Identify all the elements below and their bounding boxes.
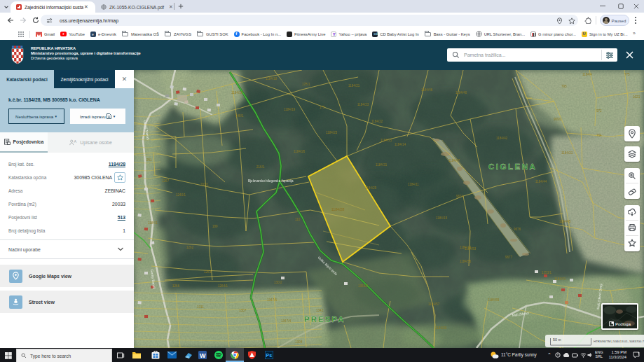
svg-text:261: 261 <box>146 158 152 162</box>
svg-text:1307: 1307 <box>239 309 247 312</box>
svg-text:1184/22: 1184/22 <box>371 120 383 123</box>
svg-text:110: 110 <box>295 218 301 221</box>
svg-text:1308: 1308 <box>295 340 303 344</box>
svg-text:1266: 1266 <box>172 284 180 288</box>
svg-text:1184/44: 1184/44 <box>535 180 547 183</box>
svg-text:1184/55: 1184/55 <box>488 298 500 302</box>
svg-text:1353/2: 1353/2 <box>358 284 368 288</box>
svg-text:PRESPA: PRESPA <box>304 315 345 323</box>
svg-text:1184/56: 1184/56 <box>460 260 472 263</box>
svg-text:1184/47: 1184/47 <box>448 159 460 162</box>
svg-text:1184/40: 1184/40 <box>455 91 467 95</box>
svg-text:1184/26: 1184/26 <box>294 150 306 153</box>
svg-text:9674: 9674 <box>456 195 464 198</box>
svg-text:9676: 9676 <box>514 228 521 231</box>
svg-text:1311: 1311 <box>197 305 204 309</box>
svg-text:1184/1: 1184/1 <box>148 221 158 225</box>
svg-text:1184/16: 1184/16 <box>231 91 243 95</box>
svg-text:203/1: 203/1 <box>200 183 209 186</box>
svg-text:1184/31: 1184/31 <box>376 163 388 167</box>
svg-text:1184/18: 1184/18 <box>266 77 278 81</box>
svg-text:A: A <box>74 139 77 144</box>
svg-text:1263: 1263 <box>204 270 212 274</box>
svg-text:795: 795 <box>561 85 567 88</box>
svg-text:130/2: 130/2 <box>274 281 282 284</box>
svg-text:1184/11: 1184/11 <box>408 183 419 186</box>
svg-text:1184/4: 1184/4 <box>582 73 592 76</box>
svg-text:189: 189 <box>212 225 218 228</box>
svg-text:1184/25: 1184/25 <box>381 139 392 142</box>
svg-text:1353/1: 1353/1 <box>542 271 551 274</box>
svg-text:1184/19: 1184/19 <box>284 108 296 111</box>
svg-text:1184/21: 1184/21 <box>348 84 360 88</box>
svg-text:Bjelovarsko-bilogorska županij: Bjelovarsko-bilogorska županija <box>248 179 294 183</box>
svg-text:1184/14: 1184/14 <box>395 143 406 146</box>
svg-text:775: 775 <box>624 73 630 76</box>
svg-text:1184/15: 1184/15 <box>436 216 448 220</box>
svg-text:972: 972 <box>596 109 602 113</box>
svg-text:1267: 1267 <box>162 179 170 183</box>
svg-text:1134/57: 1134/57 <box>428 302 440 306</box>
svg-text:1347/4: 1347/4 <box>281 319 291 323</box>
svg-text:Ps: Ps <box>266 353 273 358</box>
svg-text:1184/23: 1184/23 <box>357 103 369 106</box>
svg-text:1184/42: 1184/42 <box>496 137 508 140</box>
svg-text:1021: 1021 <box>633 95 640 99</box>
svg-text:1184/29: 1184/29 <box>365 186 377 190</box>
svg-text:764: 764 <box>596 134 602 137</box>
svg-text:1184/33: 1184/33 <box>435 326 447 330</box>
svg-text:178/1: 178/1 <box>302 83 310 86</box>
svg-text:1240/1: 1240/1 <box>176 193 186 197</box>
svg-text:1184/41: 1184/41 <box>554 277 566 281</box>
svg-text:1264/1: 1264/1 <box>218 284 228 288</box>
svg-text:CIGLENA: CIGLENA <box>488 162 537 171</box>
svg-text:148/1: 148/1 <box>235 114 244 118</box>
svg-text:969/1: 969/1 <box>554 118 562 121</box>
svg-text:1184/21: 1184/21 <box>561 151 573 155</box>
svg-text:1184/23: 1184/23 <box>326 131 338 134</box>
svg-text:1347/6: 1347/6 <box>267 298 277 302</box>
svg-text:1262: 1262 <box>186 246 194 249</box>
svg-text:175: 175 <box>320 106 325 109</box>
svg-text:W: W <box>200 352 206 359</box>
svg-text:9677: 9677 <box>505 256 513 259</box>
svg-text:216/1: 216/1 <box>256 165 265 169</box>
svg-text:1184/46: 1184/46 <box>421 88 433 92</box>
svg-text:1184/53: 1184/53 <box>465 247 477 251</box>
svg-text:1184/28: 1184/28 <box>331 207 344 211</box>
svg-text:1342: 1342 <box>316 309 324 312</box>
svg-text:1184/45: 1184/45 <box>559 220 571 223</box>
